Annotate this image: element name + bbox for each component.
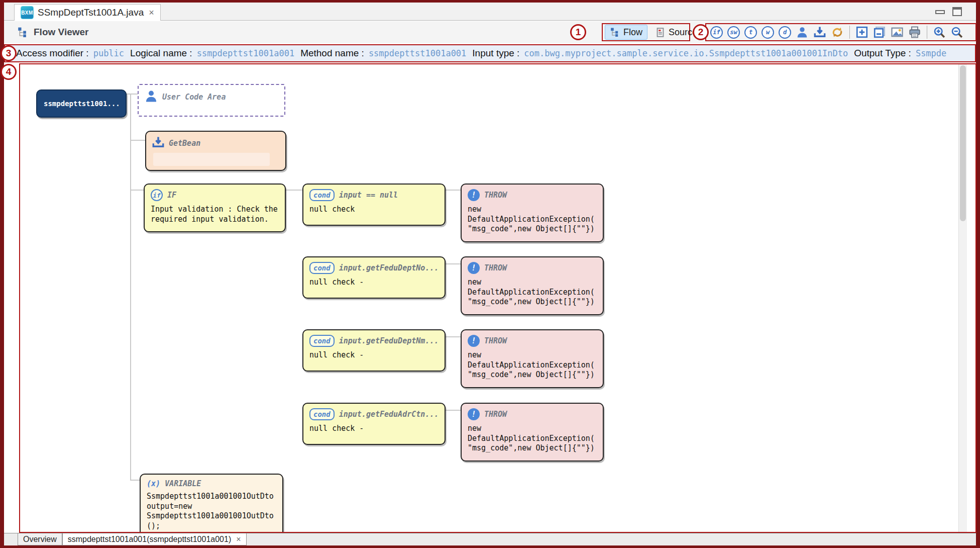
logical-name-value: ssmpdepttst1001a001	[197, 48, 294, 58]
throw-icon: !	[468, 262, 480, 274]
add-do-node-button[interactable]: d	[779, 26, 791, 39]
cond-node-4[interactable]: cond input.getFeduAdrCtn... null check -	[302, 403, 446, 445]
connector-line	[130, 480, 140, 481]
cond-node-2[interactable]: cond input.getFeduDeptNo... null check -	[302, 256, 446, 299]
throw-node-1[interactable]: ! THROW new DefaultApplicationException(…	[461, 184, 604, 242]
connector-line	[130, 190, 144, 191]
getbean-redacted-value	[153, 153, 270, 166]
view-toggle-group: Flow Source	[602, 23, 690, 41]
user-code-area-title: User Code Area	[162, 93, 226, 102]
throw-title: THROW	[484, 336, 507, 345]
throw-statement: new DefaultApplicationException( "msg_co…	[462, 202, 603, 238]
screenshot-frame: BXM SSmpDeptTst1001A.java × Flow Viewer …	[0, 0, 980, 548]
add-switch-node-button[interactable]: sw	[727, 26, 740, 39]
method-info-bar: Access modifier : public Logical name : …	[4, 44, 976, 62]
input-type-label: Input type :	[472, 48, 519, 59]
root-method-node[interactable]: ssmpdepttst1001...	[36, 89, 127, 118]
method-name-value: ssmpdepttst1001a001	[369, 48, 466, 58]
add-try-node-button[interactable]: t	[744, 26, 757, 39]
bxm-file-icon: BXM	[21, 6, 34, 19]
flow-viewer-header: Flow Viewer 1 Flow Source 2 if sw t w	[4, 21, 976, 43]
cond-icon: cond	[309, 189, 335, 201]
method-name-label: Method name :	[300, 48, 364, 59]
annotation-circle-2: 2	[693, 24, 709, 40]
toolbar-separator	[849, 26, 850, 39]
editor-area: BXM SSmpDeptTst1001A.java × Flow Viewer …	[4, 3, 976, 545]
throw-statement: new DefaultApplicationException( "msg_co…	[462, 275, 603, 311]
cond-node-1[interactable]: cond input == null null check	[302, 184, 446, 226]
scrollbar-thumb[interactable]	[960, 65, 966, 221]
canvas-vertical-scrollbar[interactable]	[958, 64, 967, 533]
flow-canvas[interactable]: ssmpdepttst1001... User Code Area GetBea…	[19, 63, 976, 533]
throw-statement: new DefaultApplicationException( "msg_co…	[462, 421, 603, 458]
connector-trunk	[130, 94, 131, 481]
flow-button-label: Flow	[623, 27, 642, 38]
annotation-circle-1: 1	[570, 24, 586, 40]
flow-view-button[interactable]: Flow	[605, 25, 647, 40]
cond-expression: input == null	[339, 191, 398, 200]
maximize-view-button[interactable]	[952, 7, 962, 16]
if-node[interactable]: if IF Input validation : Check the requi…	[144, 184, 286, 232]
tab-overview-label: Overview	[23, 535, 57, 544]
tab-close-icon[interactable]: ×	[148, 8, 154, 18]
logical-name-label: Logical name :	[130, 48, 192, 59]
variable-node[interactable]: (x) VARIABLE Ssmpdepttst1001a001001OutDt…	[140, 474, 283, 533]
connector-line	[286, 190, 302, 191]
connector-line	[446, 410, 461, 411]
throw-title: THROW	[484, 263, 507, 272]
flow-toolbar: if sw t w d	[705, 23, 976, 41]
throw-title: THROW	[484, 410, 507, 419]
cond-node-3[interactable]: cond input.getFeduDeptNm... null check -	[302, 329, 446, 372]
throw-node-3[interactable]: ! THROW new DefaultApplicationException(…	[461, 329, 604, 388]
annotation-circle-4: 4	[1, 64, 17, 80]
minimize-view-button[interactable]	[935, 10, 945, 14]
connector-line	[446, 336, 461, 337]
source-icon	[655, 27, 665, 37]
zoom-in-button[interactable]	[933, 26, 946, 39]
getbean-node[interactable]: GetBean	[145, 131, 286, 171]
collapse-all-button[interactable]	[873, 26, 886, 39]
tab-overview[interactable]: Overview	[18, 533, 62, 545]
throw-icon: !	[468, 408, 480, 420]
flow-icon	[610, 27, 620, 37]
print-button[interactable]	[908, 26, 921, 39]
output-type-label: Output Type :	[854, 48, 911, 59]
editor-tab-title: SSmpDeptTst1001A.java	[38, 7, 144, 18]
add-getbean-button[interactable]	[813, 26, 826, 39]
tab-method-flow[interactable]: ssmpdepttst1001a001(ssmpdepttst1001a001)…	[62, 533, 247, 545]
expand-all-button[interactable]	[855, 26, 868, 39]
export-image-button[interactable]	[891, 26, 904, 39]
cond-icon: cond	[309, 408, 335, 420]
user-icon	[145, 89, 158, 105]
connector-line	[446, 190, 461, 191]
page-title: Flow Viewer	[34, 27, 88, 38]
tab-method-flow-label: ssmpdepttst1001a001(ssmpdepttst1001a001)	[68, 535, 232, 544]
access-modifier-value: public	[93, 48, 124, 58]
input-type-value: com.bwg.myproject.sample.service.io.Ssmp…	[524, 48, 848, 58]
cond-expression: input.getFeduAdrCtn...	[339, 410, 439, 419]
zoom-out-button[interactable]	[950, 26, 963, 39]
throw-icon: !	[468, 335, 480, 347]
tab-close-icon[interactable]: ×	[235, 535, 241, 544]
if-icon: if	[151, 189, 163, 201]
toolbar-separator	[927, 26, 927, 39]
root-method-label: ssmpdepttst1001...	[44, 100, 120, 108]
editor-tabbar: BXM SSmpDeptTst1001A.java ×	[4, 3, 976, 21]
cond-description: null check -	[303, 421, 445, 438]
if-description: Input validation : Check the required in…	[145, 202, 285, 228]
user-code-area-node[interactable]: User Code Area	[138, 84, 285, 117]
maximize-icon	[952, 7, 962, 16]
refresh-button[interactable]	[831, 26, 844, 39]
throw-icon: !	[468, 189, 480, 201]
connector-line	[130, 94, 138, 95]
connector-line	[130, 140, 145, 141]
throw-node-2[interactable]: ! THROW new DefaultApplicationException(…	[461, 256, 604, 315]
add-if-node-button[interactable]: if	[710, 26, 723, 39]
bottom-tabbar: Overview ssmpdepttst1001a001(ssmpdepttst…	[4, 533, 976, 545]
add-while-node-button[interactable]: w	[761, 26, 774, 39]
connector-line	[446, 263, 461, 264]
throw-node-4[interactable]: ! THROW new DefaultApplicationException(…	[461, 403, 604, 462]
getbean-icon	[152, 136, 164, 150]
add-usercode-button[interactable]	[796, 26, 809, 39]
editor-tab-java-file[interactable]: BXM SSmpDeptTst1001A.java ×	[14, 4, 161, 21]
